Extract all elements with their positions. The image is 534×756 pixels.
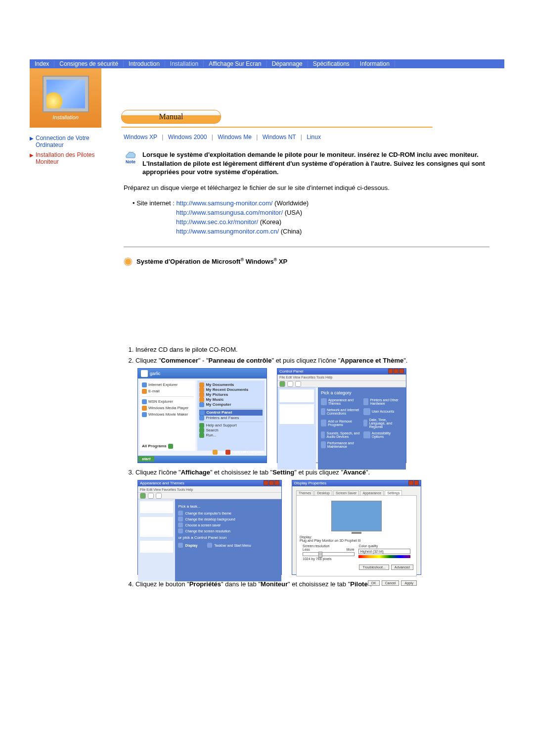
resolution-slider [303,552,355,556]
back-icon [279,381,285,387]
arrow-icon [168,444,173,449]
divider [124,246,490,247]
sidebar-item-label: Installation des Pilotes Moniteur [36,151,104,165]
fwd-icon [287,381,293,387]
tab-winxp[interactable]: Windows XP [124,134,157,141]
arrow-icon: ▶ [30,136,34,141]
content: Windows XP | Windows 2000 | Windows Me |… [104,130,504,591]
steps-list: Insérez CD dans le pilote CO-ROM. Clique… [135,345,490,365]
nav-troubleshoot[interactable]: Dépannage [267,60,308,67]
start-left-col: Internet Explorer E-mail MSN Explorer Wi… [140,380,195,451]
site-region: (Worldwide) [274,199,309,207]
appearance-icon [321,398,327,405]
monitor-icon [43,76,89,112]
step-2: Cliquez "Commencer" - "Panneau de contrô… [135,356,490,365]
os-tabs: Windows XP | Windows 2000 | Windows Me |… [124,134,490,141]
badge-caption: Installation [52,114,79,120]
or-pick-header: or pick a Control Panel icon [178,535,278,540]
sidebar-item-label: Connection de Votre Ordinateur [36,135,104,148]
screenshot-appearance-themes: Appearance and Themes File Edit View Fav… [137,480,282,575]
ok-button: OK [368,580,380,586]
nav-specs[interactable]: Spécifications [308,60,355,67]
arrow-icon: ▶ [30,152,34,158]
pick-task-header: Pick a task... [178,504,278,509]
apply-button: Apply [401,580,417,586]
cp-side-panel [277,387,316,470]
msn-icon [142,399,147,404]
advanced-button: Advanced [391,565,413,570]
cp-menu: File Edit View Favorites Tools Help [277,375,406,381]
installation-badge: Installation [30,68,101,128]
start-button: start [138,456,154,462]
nav-index[interactable]: Index [30,60,54,67]
nav-osd[interactable]: Affichage Sur Ecran [204,60,267,67]
up-icon [295,381,301,387]
cp-header: Pick a category [321,390,403,395]
section-title: Système d'Opération de Microsoft® Window… [136,257,287,265]
sidebar-install-drivers[interactable]: ▶ Installation des Pilotes Moniteur [30,151,104,165]
at-side-panel [138,499,175,581]
ie-icon [142,382,147,387]
tab-linux[interactable]: Linux [307,134,321,141]
nav-intro[interactable]: Introduction [124,60,165,67]
step-1: Insérez CD dans le pilote CO-ROM. [135,345,490,354]
dp-tabs: Themes Desktop Screen Saver Appearance S… [296,490,417,495]
wmm-icon [142,412,147,417]
manual-button[interactable]: Manual [121,110,221,124]
user-icon [141,370,148,377]
start-right-col: My Documents My Recent Documents My Pict… [197,380,265,451]
nav-bar: Index Consignes de sécurité Introduction… [30,59,504,68]
user-name: garlic [150,371,161,376]
site-label: Site internet : [136,199,176,207]
hero: Installation Manual [30,68,504,128]
mail-icon [142,389,147,394]
nav-info[interactable]: Information [355,60,395,67]
site-list: • Site internet : http://www.samsung-mon… [133,199,490,236]
taskbar: start [138,456,267,463]
monitor-preview-icon [331,501,382,531]
site-link-usa[interactable]: http://www.samsungusa.com/monitor/ [176,209,283,216]
site-link-ww[interactable]: http://www.samsung-monitor.com/ [176,199,272,207]
prep-text: Préparez un disque vierge et téléchargez… [124,184,490,192]
sidebar-connection[interactable]: ▶ Connection de Votre Ordinateur [30,135,104,148]
section-title-row: Système d'Opération de Microsoft® Window… [124,257,490,266]
screenshot-display-props: Display Properties Themes Desktop Screen… [292,480,421,575]
nav-safety[interactable]: Consignes de sécurité [54,60,124,67]
note-text: Lorsque le système d'exploitation demand… [142,150,490,177]
tab-winnt[interactable]: Windows NT [263,134,296,141]
screenshot-row-2: Appearance and Themes File Edit View Fav… [137,480,490,575]
cancel-button: Cancel [382,580,400,586]
wmp-icon [142,406,147,411]
bullet-icon [124,257,133,266]
note-icon: Note [124,150,137,164]
manual-underline [121,127,433,128]
tab-win2000[interactable]: Windows 2000 [168,134,207,141]
sidebar: ▶ Connection de Votre Ordinateur ▶ Insta… [30,130,104,591]
screenshot-start-menu: garlic Internet Explorer E-mail MSN Expl… [137,368,267,463]
screenshot-row-1: garlic Internet Explorer E-mail MSN Expl… [137,368,490,463]
site-link-cn[interactable]: http://www.samsungmonitor.com.cn/ [176,228,279,235]
screenshot-control-panel: Control Panel File Edit View Favorites T… [277,368,406,463]
tab-winme[interactable]: Windows Me [218,134,252,141]
note-block: Note Lorsque le système d'exploitation d… [124,150,490,177]
troubleshoot-button: Troubleshoot... [359,565,389,570]
nav-installation[interactable]: Installation [165,60,204,67]
site-link-kr[interactable]: http://www.sec.co.kr/monitor/ [176,218,258,226]
